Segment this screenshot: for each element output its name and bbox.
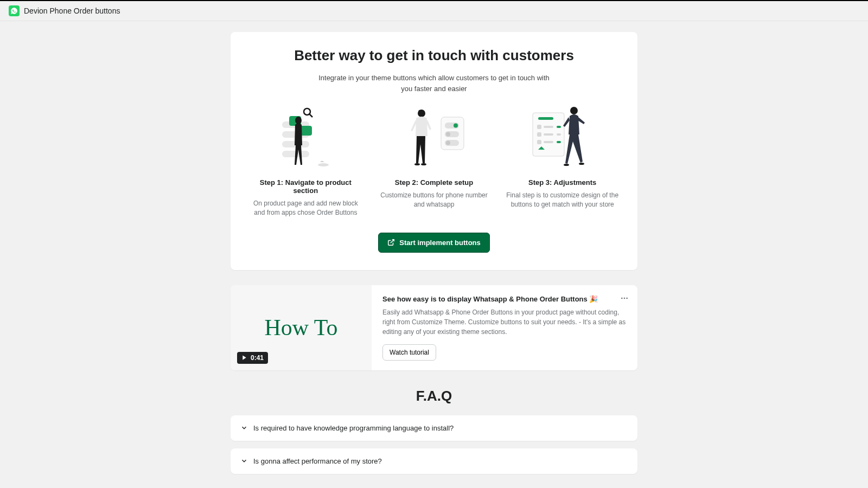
step-1-desc: On product page and add new block and fr…	[248, 199, 363, 217]
svg-point-14	[446, 132, 450, 136]
svg-point-38	[626, 297, 628, 299]
adjustments-illustration	[527, 106, 598, 169]
svg-marker-35	[242, 355, 246, 359]
cta-wrap: Start implement buttons	[248, 233, 620, 253]
step-2: Step 2: Complete setup Customize buttons…	[376, 105, 492, 217]
svg-point-31	[570, 107, 578, 114]
step-1: Step 1: Navigate to product section On p…	[248, 105, 363, 217]
watch-tutorial-button[interactable]: Watch tutorial	[382, 344, 436, 361]
svg-rect-26	[544, 133, 553, 136]
svg-point-8	[295, 117, 302, 124]
step-1-title: Step 1: Navigate to product section	[248, 178, 363, 195]
video-duration: 0:41	[251, 354, 264, 362]
howto-desc: Easily add Whatsapp & Phone Order Button…	[382, 307, 627, 337]
svg-line-34	[391, 240, 394, 243]
hero-subtitle: Integrate in your theme buttons which al…	[312, 73, 556, 94]
svg-rect-23	[544, 126, 553, 128]
svg-line-7	[309, 114, 312, 117]
howto-thumbnail-text: How To	[264, 314, 337, 341]
hero-title: Better way to get in touch with customer…	[248, 47, 620, 64]
cta-label: Start implement buttons	[399, 239, 481, 247]
more-menu-button[interactable]	[620, 294, 629, 305]
play-icon	[241, 355, 247, 361]
faq-title: F.A.Q	[231, 388, 637, 404]
svg-rect-24	[557, 126, 561, 128]
svg-rect-21	[538, 117, 553, 120]
howto-content: See how easy is to display Whatsapp & Ph…	[372, 285, 637, 370]
hero-card: Better way to get in touch with customer…	[231, 32, 637, 270]
svg-point-16	[446, 140, 450, 145]
svg-rect-22	[537, 125, 541, 129]
top-bar: Devion Phone Order buttons	[0, 1, 868, 21]
step-3-title: Step 3: Adjustments	[505, 178, 620, 187]
howto-card: How To 0:41 See how easy is to display W…	[231, 285, 637, 370]
step-1-illustration	[248, 105, 363, 170]
external-link-icon	[387, 239, 395, 246]
start-implement-button[interactable]: Start implement buttons	[378, 233, 490, 253]
setup-illustration	[399, 106, 469, 169]
chevron-down-icon	[240, 424, 248, 432]
app-icon	[9, 5, 20, 16]
navigate-illustration	[270, 106, 341, 169]
svg-rect-29	[544, 141, 553, 143]
steps-row: Step 1: Navigate to product section On p…	[248, 105, 620, 217]
svg-point-33	[579, 163, 584, 165]
howto-title: See how easy is to display Whatsapp & Ph…	[382, 295, 627, 303]
svg-point-32	[564, 164, 569, 166]
main-content: Better way to get in touch with customer…	[220, 21, 648, 488]
svg-rect-28	[537, 140, 541, 144]
faq-item-2[interactable]: Is gonna affect performance of my store?	[231, 448, 637, 474]
step-2-illustration	[376, 105, 492, 170]
svg-rect-27	[557, 133, 561, 136]
step-3: Step 3: Adjustments Final step is to cus…	[505, 105, 620, 217]
chevron-down-icon	[240, 457, 248, 465]
svg-rect-30	[557, 141, 561, 143]
whatsapp-icon	[10, 7, 18, 15]
svg-point-19	[421, 163, 426, 165]
step-3-desc: Final step is to customize design of the…	[505, 191, 620, 209]
app-title: Devion Phone Order buttons	[24, 7, 120, 15]
svg-point-12	[454, 123, 458, 127]
step-2-title: Step 2: Complete setup	[376, 178, 492, 187]
svg-rect-25	[537, 132, 541, 137]
svg-point-9	[318, 163, 329, 166]
svg-point-36	[621, 297, 623, 299]
video-thumbnail[interactable]: How To 0:41	[231, 285, 372, 370]
dots-horizontal-icon	[620, 294, 629, 303]
svg-point-37	[624, 297, 626, 299]
video-duration-badge: 0:41	[237, 352, 268, 364]
step-2-desc: Customize buttons for phone number and w…	[376, 191, 492, 209]
faq-question-1: Is required to have knowledge programmin…	[253, 424, 454, 432]
faq-question-2: Is gonna affect performance of my store?	[253, 457, 382, 465]
faq-item-1[interactable]: Is required to have knowledge programmin…	[231, 415, 637, 441]
svg-point-18	[414, 163, 420, 165]
step-3-illustration	[505, 105, 620, 170]
